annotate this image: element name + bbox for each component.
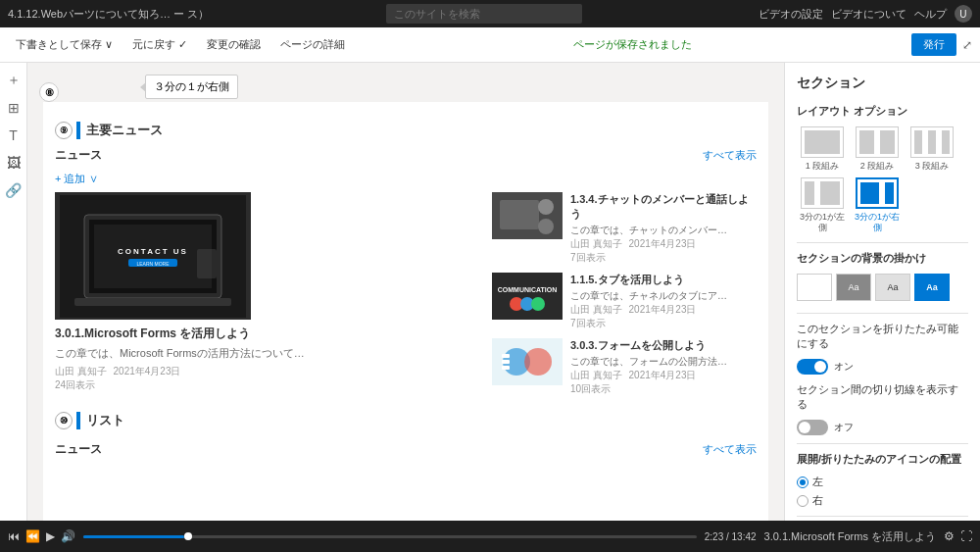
svg-point-11 [538, 199, 554, 215]
news-item-0-image [492, 192, 563, 239]
layout-1col-label: 1 段組み [806, 161, 840, 172]
add-button[interactable]: + 追加 ∨ [55, 173, 98, 184]
expand-icon[interactable]: ⤢ [962, 38, 972, 52]
news-section-2-title: ニュース [55, 441, 102, 458]
image-icon[interactable]: 🖼 [4, 153, 24, 173]
video-title: 3.0.1.Microsoft Forms を活用しよう [764, 529, 936, 544]
divider-toggle-row: セクション間の切り切線を表示する [797, 382, 968, 412]
bg-section-title: セクションの背景の掛かけ [797, 251, 968, 266]
callout-label: ３分の１が右側 [145, 75, 238, 99]
layout-third-left-label: 3分の1が左側 [797, 212, 848, 233]
news-item-2: 3.0.3.フォームを公開しよう この章では、フォームの公開方法… 山田 真知子… [492, 338, 757, 396]
radio-right-circle [797, 495, 808, 507]
featured-image: CONTACT US LEARN MORE [55, 192, 251, 320]
layout-third-right-label: 3分の1が右側 [852, 212, 903, 233]
changes-button[interactable]: 変更の確認 [199, 33, 269, 56]
settings-label: ビデオの設定 [759, 7, 823, 22]
featured-content: 3.0.1.Microsoft Forms を活用しよう この章では、Micro… [55, 326, 480, 392]
layout-3col[interactable]: 3 段組み [906, 126, 957, 172]
layout-1col[interactable]: 1 段組み [797, 126, 848, 172]
fullscreen-icon[interactable]: ⛶ [960, 529, 972, 543]
toolbar-right: 発行 ⤢ [911, 33, 972, 56]
wp-badge-10: ⑩ [55, 412, 73, 429]
add-section-icon[interactable]: ＋ [4, 71, 24, 90]
layout-third-right-icon [856, 177, 899, 209]
bg-light[interactable]: Aa [875, 274, 910, 301]
bg-options: Aa Aa Aa Aa [797, 274, 968, 301]
publish-button[interactable]: 発行 [911, 33, 956, 56]
layout-1col-icon [801, 126, 844, 158]
search-container[interactable] [386, 4, 582, 24]
progress-fill [83, 535, 184, 538]
news-item-0-content: 1.3.4.チャットのメンバーと通話しよう この章では、チャットのメンバー… 山… [570, 192, 757, 265]
bg-white[interactable]: Aa [914, 274, 950, 301]
divider-toggle[interactable] [797, 420, 828, 435]
list-title-bar [76, 412, 80, 429]
svg-rect-10 [500, 200, 539, 229]
rewind-button[interactable]: ⏪ [25, 529, 40, 543]
layout-icon[interactable]: ⊞ [4, 98, 24, 118]
svg-rect-3 [94, 225, 212, 288]
section-badge-8: ⑧ [39, 82, 59, 102]
progress-dot [184, 532, 192, 540]
progress-bar[interactable] [83, 535, 697, 538]
settings-icon[interactable]: ⚙ [944, 529, 955, 543]
svg-rect-8 [197, 249, 217, 278]
news-section-title: ニュース [55, 147, 102, 164]
layout-2col[interactable]: 2 段組み [852, 126, 903, 172]
news-content: CONTACT US LEARN MORE 3.0.1.Microsoft Fo… [55, 192, 757, 396]
news-item-2-desc: この章では、フォームの公開方法… [570, 355, 757, 369]
section-header-news: ⑨ 主要ニュース [55, 122, 757, 139]
news-section: ニュース すべて表示 + 追加 ∨ [55, 147, 757, 396]
panel-title: セクション [797, 75, 968, 92]
radio-left[interactable]: 左 [797, 475, 968, 489]
undo-button[interactable]: 元に戻す ✓ [124, 33, 195, 56]
svg-point-20 [524, 348, 552, 376]
featured-news-container: CONTACT US LEARN MORE 3.0.1.Microsoft Fo… [55, 192, 480, 396]
featured-desc: この章では、Microsoft Formsの活用方法について… [55, 346, 480, 361]
layout-third-right[interactable]: 3分の1が右側 [852, 177, 903, 233]
layout-title: レイアウト オプション [797, 104, 968, 119]
news-item-0: 1.3.4.チャットのメンバーと通話しよう この章では、チャットのメンバー… 山… [492, 192, 757, 265]
list-title: リスト [86, 412, 124, 429]
news-item-1-content: 1.1.5.タブを活用しよう この章では、チャネルのタブにア… 山田 真知子 2… [570, 273, 757, 330]
view-all-link[interactable]: すべて表示 [703, 148, 757, 163]
news-item-0-meta: 山田 真知子 2021年4月23日 7回表示 [570, 237, 757, 265]
divider-toggle-container: オフ [797, 420, 968, 435]
bg-dark[interactable]: Aa [797, 274, 832, 301]
news-item-1-image: COMMUNICATION [492, 273, 563, 320]
search-input[interactable] [386, 4, 582, 24]
link-icon[interactable]: 🔗 [4, 180, 24, 200]
video-right: ⚙ ⛶ [944, 529, 972, 543]
saved-message: ページが保存されました [573, 37, 692, 52]
page-detail-button[interactable]: ページの詳細 [272, 33, 353, 56]
collapse-toggle[interactable] [797, 359, 828, 375]
featured-title: 3.0.1.Microsoft Forms を活用しよう [55, 326, 480, 342]
save-draft-button[interactable]: 下書きとして保存 ∨ [8, 33, 121, 56]
featured-author: 山田 真知子 [55, 366, 107, 376]
bg-mid[interactable]: Aa [836, 274, 871, 301]
text-icon[interactable]: T [4, 125, 24, 145]
layout-row-1: 1 段組み 2 段組み 3 段組み [797, 126, 968, 172]
radio-left-circle [797, 477, 808, 488]
radio-right[interactable]: 右 [797, 493, 968, 508]
news-item-1: COMMUNICATION 1.1.5.タブを活用しよう この章では、チャネルの… [492, 273, 757, 330]
layout-3col-icon [910, 126, 954, 158]
prev-button[interactable]: ⏮ [8, 529, 20, 543]
news-item-2-meta: 山田 真知子 2021年4月23日 10回表示 [570, 369, 757, 396]
play-button[interactable]: ▶ [46, 529, 55, 543]
divider-toggle-text: オフ [834, 421, 854, 434]
collapse-toggle-container: オン [797, 359, 968, 375]
svg-text:LEARN MORE: LEARN MORE [136, 261, 170, 267]
user-icon[interactable]: U [955, 5, 972, 23]
collapse-toggle-row: このセクションを折りたたみ可能にする [797, 322, 968, 351]
news-item-2-image [492, 338, 563, 385]
contact-us-svg: CONTACT US LEARN MORE [60, 195, 246, 318]
volume-button[interactable]: 🔊 [61, 529, 75, 543]
news-item-1-title: 1.1.5.タブを活用しよう [570, 273, 757, 287]
layout-third-left[interactable]: 3分の1が左側 [797, 177, 848, 233]
toolbar: 下書きとして保存 ∨ 元に戻す ✓ 変更の確認 ページの詳細 ページが保存されま… [0, 27, 980, 63]
news-item-2-content: 3.0.3.フォームを公開しよう この章では、フォームの公開方法… 山田 真知子… [570, 338, 757, 396]
svg-text:CONTACT US: CONTACT US [118, 247, 188, 256]
view-all-link-2[interactable]: すべて表示 [703, 442, 757, 457]
